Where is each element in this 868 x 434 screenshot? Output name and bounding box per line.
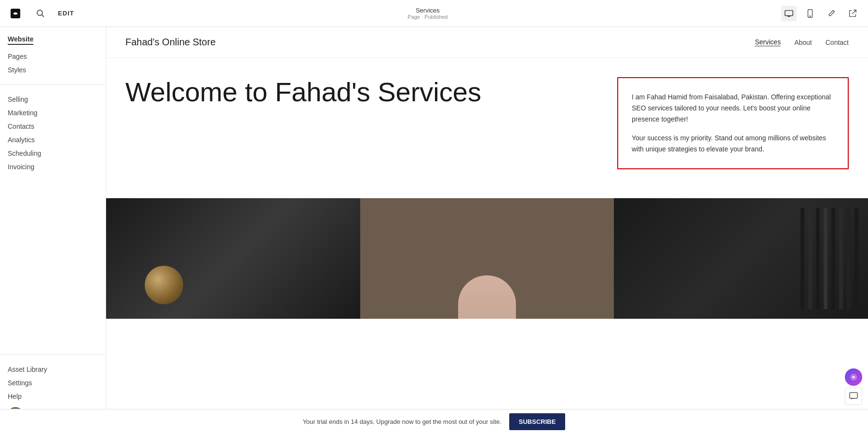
- edit-button[interactable]: EDIT: [58, 10, 74, 17]
- topbar-left: EDIT: [8, 6, 74, 21]
- sidebar-item-contacts[interactable]: Contacts: [8, 120, 98, 133]
- sidebar-item-asset-library[interactable]: Asset Library: [8, 363, 98, 376]
- site-header: Fahad's Online Store Services About Cont…: [106, 27, 868, 58]
- hero-text: Welcome to Fahad's Services: [125, 77, 598, 107]
- sidebar: Website Pages Styles Selling Marketing C…: [0, 27, 106, 434]
- nav-about[interactable]: About: [794, 39, 812, 46]
- sidebar-item-analytics[interactable]: Analytics: [8, 133, 98, 147]
- hero-info-box: I am Fahad Hamid from Faisalabad, Pakist…: [617, 77, 849, 169]
- ai-assistant-button[interactable]: [845, 368, 862, 386]
- sidebar-item-help[interactable]: Help: [8, 390, 98, 403]
- page-title: Services: [416, 7, 440, 14]
- preview-area: Fahad's Online Store Services About Cont…: [106, 27, 868, 434]
- page-status: Page · Published: [407, 14, 448, 20]
- svg-rect-3: [785, 10, 793, 15]
- nav-services[interactable]: Services: [755, 38, 781, 46]
- external-link-button[interactable]: [845, 6, 860, 21]
- lines-decoration: [791, 198, 868, 319]
- main-layout: Website Pages Styles Selling Marketing C…: [0, 27, 868, 434]
- trial-message: Your trial ends in 14 days. Upgrade now …: [303, 418, 502, 425]
- nav-contact[interactable]: Contact: [826, 39, 849, 46]
- chat-icon-button[interactable]: [845, 388, 862, 405]
- sidebar-item-styles[interactable]: Styles: [8, 63, 98, 77]
- svg-point-7: [810, 15, 810, 16]
- sidebar-item-selling[interactable]: Selling: [8, 93, 98, 106]
- image-cell-3: [614, 198, 868, 319]
- hero-box-para2: Your success is my priority. Stand out a…: [632, 133, 834, 155]
- topbar: EDIT Services Page · Published: [0, 0, 868, 27]
- sidebar-item-pages[interactable]: Pages: [8, 50, 98, 63]
- hero-section: Welcome to Fahad's Services I am Fahad H…: [106, 58, 868, 198]
- site-logo: Fahad's Online Store: [125, 37, 216, 48]
- image-cell-1: [106, 198, 360, 319]
- hero-title: Welcome to Fahad's Services: [125, 77, 598, 107]
- trial-bar: Your trial ends in 14 days. Upgrade now …: [0, 409, 868, 434]
- sidebar-commerce-section: Selling Marketing Contacts Analytics Sch…: [0, 93, 106, 174]
- sidebar-bottom: Asset Library Settings Help: [0, 347, 106, 403]
- sidebar-item-marketing[interactable]: Marketing: [8, 106, 98, 120]
- squarespace-logo[interactable]: [8, 6, 23, 21]
- desktop-view-button[interactable]: [781, 6, 797, 21]
- image-grid: [106, 198, 868, 319]
- sphere-decoration: [145, 266, 183, 304]
- sidebar-website-label[interactable]: Website: [8, 35, 33, 45]
- subscribe-button[interactable]: SUBSCRIBE: [509, 413, 566, 430]
- topbar-right: [781, 6, 860, 21]
- topbar-center: Services Page · Published: [407, 7, 448, 20]
- svg-point-1: [37, 10, 42, 15]
- mobile-view-button[interactable]: [802, 6, 818, 21]
- sidebar-item-settings[interactable]: Settings: [8, 376, 98, 390]
- chair-decoration: [458, 275, 516, 319]
- image-cell-2: [360, 198, 614, 319]
- edit-pencil-button[interactable]: [824, 6, 839, 21]
- sidebar-item-scheduling[interactable]: Scheduling: [8, 147, 98, 160]
- svg-rect-12: [850, 393, 857, 398]
- svg-line-8: [852, 10, 856, 14]
- hero-box-para1: I am Fahad Hamid from Faisalabad, Pakist…: [632, 92, 834, 125]
- site-nav: Services About Contact: [755, 38, 849, 46]
- search-button[interactable]: [33, 6, 48, 21]
- sidebar-item-invoicing[interactable]: Invoicing: [8, 160, 98, 174]
- sidebar-nav-section: Website Pages Styles: [0, 35, 106, 77]
- svg-line-2: [42, 14, 44, 17]
